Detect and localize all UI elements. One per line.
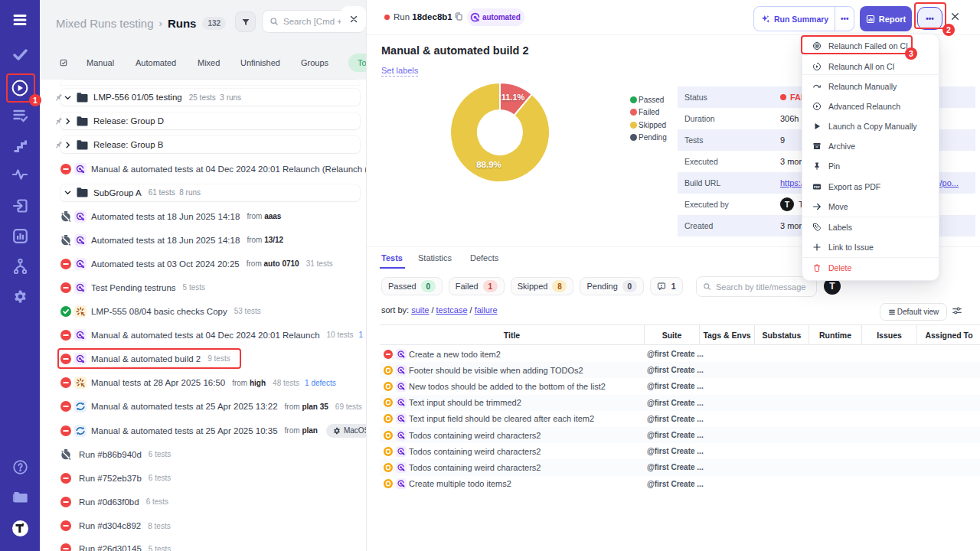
svg-text:PDF: PDF (814, 184, 821, 188)
svg-text:88.9%: 88.9% (476, 160, 501, 169)
svg-text:11.1%: 11.1% (501, 93, 525, 102)
